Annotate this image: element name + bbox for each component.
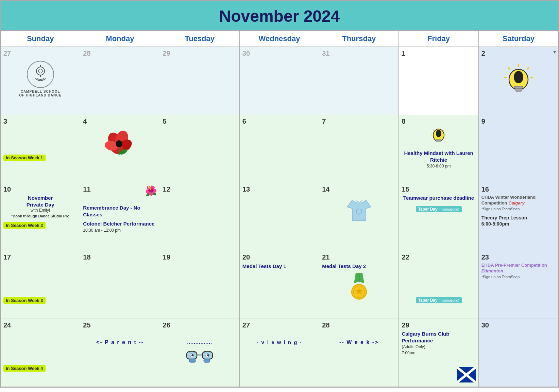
svg-rect-15 <box>515 90 522 91</box>
cell-nov-11: 11 🌺 Remembrance Day - No Classes Colone… <box>80 183 160 251</box>
cell-nov-22: 22 Taper Day (if competing) <box>399 251 478 319</box>
nov-private-book: *Book through Dance Studio Pro <box>3 214 77 218</box>
ehda-city: Edmonton <box>481 268 503 273</box>
cell-nov-28: 28 -- W e e k -> <box>319 319 399 387</box>
header-friday: Friday <box>399 31 478 47</box>
svg-line-9 <box>508 68 510 69</box>
cell-nov-20: 20 Medal Tests Day 1 <box>240 251 319 319</box>
medal-svg <box>347 273 371 300</box>
date-nov30: 30 <box>481 321 556 329</box>
date-nov16: 16 <box>481 185 556 193</box>
school-logo-icon <box>30 64 51 85</box>
scotland-flag-svg <box>457 367 476 382</box>
tshirt-svg <box>345 197 373 224</box>
svg-point-12 <box>514 71 523 83</box>
nov-private-title: NovemberPrivate Day <box>3 195 77 208</box>
date-nov23: 23 <box>481 253 556 261</box>
remembrance-poppy-icon: 🌺 <box>145 185 157 196</box>
cell-nov-10: 10 NovemberPrivate Day with Emily! *Book… <box>1 183 80 251</box>
date-nov4: 4 <box>83 117 157 125</box>
teamwear-title: Teamwear purchase deadline <box>402 195 475 201</box>
date-nov5: 5 <box>163 117 237 125</box>
medal-icon <box>322 273 396 302</box>
svg-rect-48 <box>189 359 196 362</box>
date-nov3: 3 <box>3 117 77 125</box>
date-nov28: 28 <box>322 321 396 329</box>
date-oct30: 30 <box>242 49 316 57</box>
ehda-event: EHDA Pre-Premier Competition Edmonton *S… <box>481 263 556 280</box>
cell-nov-27: 27 - V i e w i n g - <box>240 319 319 387</box>
date-nov1: 1 <box>402 49 475 57</box>
date-nov26: 26 <box>163 321 237 329</box>
svg-line-10 <box>504 77 507 78</box>
poppy-icon <box>83 129 157 157</box>
calgary-burns-note: (Adults Only) <box>402 344 475 350</box>
medal-day2-title: Medal Tests Day 2 <box>322 263 396 270</box>
svg-line-7 <box>527 68 529 69</box>
cell-oct-28: 28 <box>80 47 160 115</box>
glasses-svg <box>186 348 213 365</box>
parent-viewing-thu: -- W e e k -> <box>322 339 396 345</box>
cell-nov-18: 18 <box>80 251 160 319</box>
remembrance-title: Remembrance Day - No Classes <box>83 204 157 218</box>
date-nov25: 25 <box>83 321 157 329</box>
cell-nov-15: 15 Teamwear purchase deadline Taper Day … <box>399 183 478 251</box>
dropdown-arrow[interactable]: ▼ <box>552 49 557 55</box>
chda-city: Calgary <box>508 200 525 206</box>
svg-line-29 <box>443 130 444 131</box>
cell-nov-19: 19 <box>160 251 240 319</box>
healthy-bulb-svg <box>430 127 447 147</box>
header-tuesday: Tuesday <box>160 31 240 47</box>
date-nov13: 13 <box>242 185 316 193</box>
cell-oct-27: 27 CAMPBELL SCHOOLOF HIGHLAND DANCE <box>1 47 80 115</box>
school-name: CAMPBELL SCHOOLOF HIGHLAND DANCE <box>19 90 62 97</box>
date-nov7: 7 <box>322 117 396 125</box>
date-nov17: 17 <box>3 253 77 261</box>
svg-line-32 <box>431 135 433 135</box>
chda-note: *Sign up on TeamSnap <box>481 207 520 211</box>
date-nov12: 12 <box>163 185 237 193</box>
in-season-badge-4: In Season Week 4 <box>3 365 46 372</box>
date-nov18: 18 <box>83 253 157 261</box>
cell-nov-16: 16 CHDA Winter Wonderland Competition Ca… <box>479 183 558 251</box>
date-nov29: 29 <box>402 321 475 329</box>
theory-event: Theory Prep Lesson6:00-8:00pm <box>481 215 556 227</box>
cell-nov-7: 7 <box>319 115 399 183</box>
cell-oct-31: 31 <box>319 47 399 115</box>
cell-nov-8: 8 Healthy Mindset with Lauren Ritchie 5:… <box>399 115 478 183</box>
svg-point-1 <box>38 69 43 73</box>
date-nov6: 6 <box>242 117 316 125</box>
svg-point-25 <box>436 130 441 137</box>
in-season-badge-1: In Season Week 1 <box>3 155 46 161</box>
parent-viewing-mon: <- P a r e n t -- <box>83 339 157 345</box>
cell-nov-6: 6 <box>240 115 319 183</box>
header-monday: Monday <box>80 31 160 47</box>
date-nov19: 19 <box>163 253 237 261</box>
svg-rect-49 <box>204 359 210 362</box>
svg-rect-13 <box>514 86 523 88</box>
scotland-flag-icon <box>457 367 476 384</box>
cell-nov-3: 3 In Season Week 1 <box>1 115 80 183</box>
svg-rect-27 <box>436 141 441 142</box>
cell-nov-21: 21 Medal Tests Day 2 <box>319 251 399 319</box>
lightbulb-svg <box>503 64 534 102</box>
colonel-title: Colonel Belcher Performance <box>83 220 157 227</box>
calendar-wrapper: November 2024 Sunday Monday Tuesday Wedn… <box>0 0 559 388</box>
in-season-badge-2: In Season Week 2 <box>3 222 46 229</box>
date-nov10: 10 <box>3 185 77 193</box>
glasses-icon <box>163 348 237 367</box>
svg-point-45 <box>191 354 193 356</box>
cell-nov-9: 9 <box>479 115 558 183</box>
date-nov21: 21 <box>322 253 396 261</box>
header-sunday: Sunday <box>1 31 80 47</box>
date-nov8: 8 <box>402 117 475 125</box>
cell-oct-29: 29 <box>160 47 240 115</box>
svg-line-31 <box>433 130 434 131</box>
header-wednesday: Wednesday <box>240 31 319 47</box>
date-nov2: 2 <box>481 49 556 57</box>
date-oct31: 31 <box>322 49 396 57</box>
nov-private-with: with Emily! <box>3 208 77 213</box>
calgary-burns-title: Calgary Burns Club Performance <box>402 331 475 344</box>
medal-day1-title: Medal Tests Day 1 <box>242 263 316 270</box>
cell-nov-24: 24 In Season Week 4 <box>1 319 80 387</box>
